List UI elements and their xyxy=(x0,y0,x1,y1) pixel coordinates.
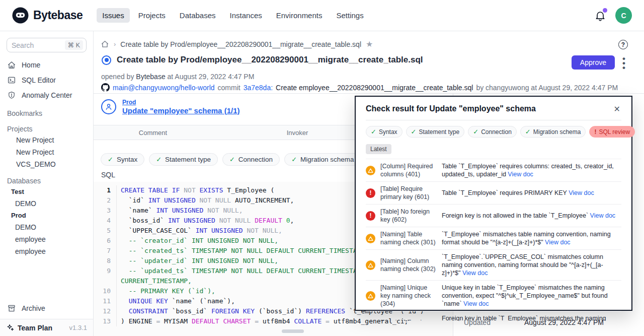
error-icon: ! xyxy=(366,188,375,198)
sidebar-item-anomaly-center[interactable]: Anomaly Center xyxy=(0,88,93,103)
line-number: 6 xyxy=(94,236,117,246)
sidebar-item-demo[interactable]: DEMO xyxy=(0,197,93,210)
sidebar-section-bookmarks: Bookmarks xyxy=(0,105,93,118)
sidebar-item-sql-editor[interactable]: SQL Editor xyxy=(0,73,93,88)
line-number: 13 xyxy=(94,316,117,326)
rule-detail: `T_Employee` mismatches table naming con… xyxy=(442,230,621,246)
check-result-row: [Naming] Foreign key naming check (305)F… xyxy=(366,311,621,321)
sidebar-item-archive[interactable]: Archive xyxy=(0,301,93,316)
nav-item-issues[interactable]: Issues xyxy=(97,8,129,23)
plan-footer[interactable]: Team Plan v1.3.1 xyxy=(0,319,93,336)
check-result-row: [Naming] Column naming check (302)`T_Emp… xyxy=(366,250,621,281)
check-pill-migration-schema[interactable]: ✓Migration schema xyxy=(284,153,361,166)
check-pill-connection[interactable]: ✓Connection xyxy=(222,153,280,166)
check-result-row: ![Table] Require primary key (601)Table … xyxy=(366,182,621,205)
approve-button[interactable]: Approve xyxy=(572,55,615,70)
check-pill-label: Migration schema xyxy=(533,128,581,136)
commit-message: Create employee__202208290001__migrate__… xyxy=(276,84,473,92)
check-pill-statement-type[interactable]: ✓Statement type xyxy=(149,153,218,166)
branch-repo-link[interactable]: main@changyuwong/hello-world xyxy=(113,84,215,92)
warning-icon xyxy=(366,234,375,243)
home-icon[interactable] xyxy=(101,40,109,48)
check-pill-migration-schema[interactable]: ✓Migration schema xyxy=(520,126,586,138)
check-icon: ✓ xyxy=(371,128,376,136)
issue-status-icon xyxy=(102,55,111,65)
issue-title: Create table by Prod/employee__202208290… xyxy=(117,55,423,65)
opened-by-name: Bytebase xyxy=(136,73,165,81)
view-doc-link[interactable]: View doc xyxy=(462,270,488,277)
check-pill-statement-type[interactable]: ✓Statement type xyxy=(406,126,465,138)
sidebar-item-employee[interactable]: employee xyxy=(0,245,93,257)
check-result-row: ![Table] No foreign key (602)Foreign key… xyxy=(366,205,621,227)
check-pill-label: SQL review xyxy=(599,128,630,136)
anomaly-center-icon xyxy=(7,91,16,100)
home-icon xyxy=(7,60,16,70)
rule-detail: Table `T_Employee` requires columns: cre… xyxy=(442,162,621,178)
sidebar-item-home[interactable]: Home xyxy=(0,57,93,73)
rule-name: [Naming] Table naming check (301) xyxy=(380,230,437,246)
search-input[interactable]: Search ⌘ K xyxy=(7,38,87,52)
view-doc-link[interactable]: View doc xyxy=(590,212,616,219)
sidebar-section-databases: Databases xyxy=(0,173,93,186)
close-icon[interactable]: ✕ xyxy=(613,104,621,114)
breadcrumb-issue-link[interactable]: Create table by Prod/employee__202208290… xyxy=(120,40,361,48)
modal-divider xyxy=(366,120,621,120)
modal-check-pills: ✓Syntax✓Statement type✓Connection✓Migrat… xyxy=(366,126,621,138)
issue-title-row: Create table by Prod/employee__202208290… xyxy=(102,55,423,65)
user-avatar[interactable]: C xyxy=(615,7,632,24)
nav-item-environments[interactable]: Environments xyxy=(271,8,328,23)
rule-name: [Naming] Column naming check (302) xyxy=(380,257,437,273)
view-doc-link[interactable]: View doc xyxy=(508,171,533,178)
check-result-row: [Column] Required columns (401)Table `T_… xyxy=(366,159,621,182)
bookmark-star-icon[interactable]: ★ xyxy=(366,39,373,49)
sidebar-item-employee[interactable]: employee xyxy=(0,233,93,245)
check-icon: ✓ xyxy=(291,156,297,163)
check-pill-connection[interactable]: ✓Connection xyxy=(468,126,517,138)
sidebar-nav: HomeSQL EditorAnomaly Center xyxy=(0,57,93,103)
commit-line: main@changyuwong/hello-world commit 3a7e… xyxy=(101,83,618,92)
app-version: v1.3.1 xyxy=(69,324,87,331)
check-result-row: [Naming] Unique key naming check (304)Un… xyxy=(366,281,621,311)
check-pill-syntax[interactable]: ✓Syntax xyxy=(366,126,403,138)
bytebase-logo-icon xyxy=(12,7,29,24)
check-pill-syntax[interactable]: ✓Syntax xyxy=(101,153,144,166)
rule-detail: Foreign key in table `T_Employee` mismat… xyxy=(442,314,621,321)
stage-env-link[interactable]: Prod xyxy=(122,99,239,106)
sidebar-item-demo[interactable]: DEMO xyxy=(0,221,93,233)
navbar-right: C xyxy=(594,7,632,24)
notification-dot xyxy=(603,8,607,13)
horizontal-scrollbar[interactable] xyxy=(282,329,304,333)
line-number: 8 xyxy=(94,256,117,266)
line-number: 12 xyxy=(94,306,117,316)
sidebar-item-test[interactable]: Test xyxy=(0,186,93,197)
sidebar-item-vcs-demo[interactable]: VCS_DEMO xyxy=(0,158,93,170)
line-number: 4 xyxy=(94,216,117,226)
check-icon: ✓ xyxy=(411,128,417,136)
nav-item-instances[interactable]: Instances xyxy=(224,8,268,23)
bytebase-logo[interactable]: Bytebase xyxy=(12,7,83,24)
sidebar-item-new-project[interactable]: New Project xyxy=(0,134,93,146)
line-number: 7 xyxy=(94,246,117,256)
commit-hash-link[interactable]: 3a7e8da: xyxy=(244,84,273,92)
check-pill-sql-review[interactable]: !SQL review xyxy=(589,126,635,138)
nav-item-settings[interactable]: Settings xyxy=(331,8,369,23)
check-pill-label: Migration schema xyxy=(300,156,354,163)
notification-bell-icon[interactable] xyxy=(594,10,606,22)
view-doc-link[interactable]: View doc xyxy=(569,189,594,196)
help-icon[interactable]: ? xyxy=(618,40,628,49)
archive-icon xyxy=(7,304,16,313)
check-result-list: [Column] Required columns (401)Table `T_… xyxy=(366,159,621,321)
nav-item-projects[interactable]: Projects xyxy=(133,8,171,23)
nav-item-databases[interactable]: Databases xyxy=(174,8,221,23)
sidebar-item-prod[interactable]: Prod xyxy=(0,210,93,221)
breadcrumb: › Create table by Prod/employee__2022082… xyxy=(101,39,373,49)
kebab-menu-icon[interactable]: ••• xyxy=(622,56,626,70)
view-doc-link[interactable]: View doc xyxy=(463,300,489,307)
check-icon: ✓ xyxy=(229,156,235,163)
stage-task-link[interactable]: Update "employee" schema (1/1) xyxy=(122,106,239,115)
assignee-person-icon xyxy=(101,99,116,114)
view-doc-link[interactable]: View doc xyxy=(545,239,571,246)
brand-name: Bytebase xyxy=(33,9,83,22)
sidebar-item-new-project[interactable]: New Project xyxy=(0,146,93,158)
main-nav: IssuesProjectsDatabasesInstancesEnvironm… xyxy=(97,8,369,23)
